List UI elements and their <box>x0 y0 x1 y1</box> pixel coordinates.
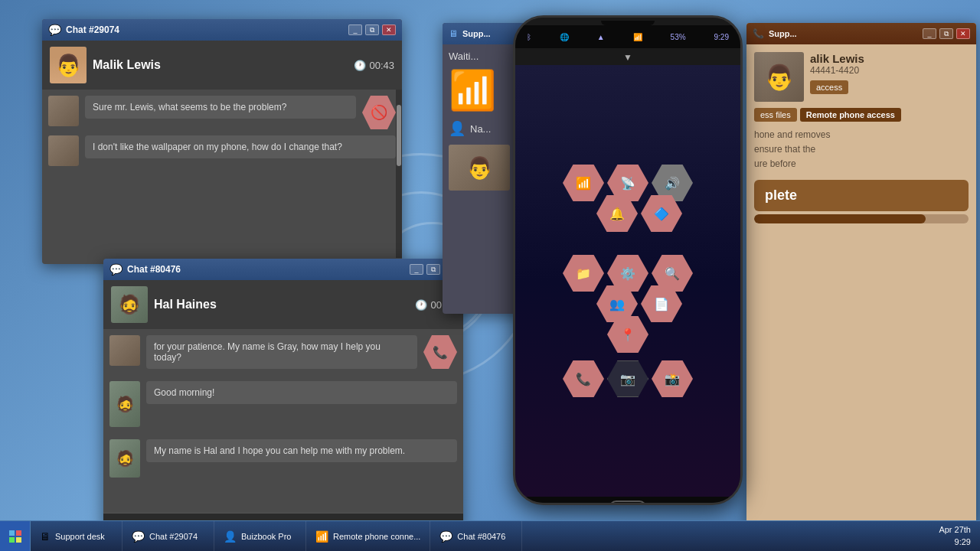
msg-avatar-agent1 <box>48 96 79 126</box>
chat1-timer: 🕐 00:43 <box>354 60 394 71</box>
taskbar-date: Apr 27th <box>939 524 971 536</box>
chat2-agent-bubble: for your patience. My name is Gray, how … <box>146 335 417 369</box>
restore-btn-chat2[interactable]: ⧉ <box>426 264 440 275</box>
hex-phone[interactable]: 📞 <box>563 360 604 397</box>
svg-rect-1 <box>16 530 21 536</box>
chat2-title: Chat #80476 <box>127 264 405 275</box>
taskbar-time: 9:29 <box>939 536 971 548</box>
support-customer-avatar: 👨 <box>449 145 510 191</box>
chat1-messages: Sure mr. Lewis, what seems to be the pro… <box>42 90 402 258</box>
access-btn[interactable]: access <box>810 80 848 94</box>
hex-phone-icon: 📞 <box>576 372 591 386</box>
chat1-customer-avatar <box>50 47 87 83</box>
hex-sound-icon: 🔊 <box>665 176 680 191</box>
restore-btn-remote[interactable]: ⧉ <box>939 28 953 39</box>
hex-wifi-icon: 📶 <box>576 176 591 191</box>
remote-customer-info: alik Lewis 44441-4420 access <box>810 52 864 102</box>
chat2-messages: for your patience. My name is Gray, how … <box>103 329 463 513</box>
hex-doc-icon: 📄 <box>654 297 669 311</box>
remote-phone-access-btn[interactable]: Remote phone access <box>800 108 901 122</box>
taskbar-support-label: Support desk <box>55 532 105 541</box>
remote-phone-titlebar: 📞 Supp... _ ⧉ ✕ <box>746 23 976 44</box>
phone-top-notch <box>515 18 740 25</box>
start-button[interactable] <box>0 521 31 552</box>
chat1-controls: _ ⧉ ✕ <box>348 24 396 35</box>
taskbar-wifi-icon: 📶 <box>315 530 328 543</box>
phone-time: 9:29 <box>714 33 729 41</box>
chat-icon-2: 💬 <box>109 263 122 276</box>
remote-progress-container: plete <box>754 180 969 223</box>
svg-rect-2 <box>9 537 15 543</box>
progress-fill <box>754 214 926 223</box>
hal-avatar-msg1: 🧔 <box>109 381 140 427</box>
minimize-btn-remote[interactable]: _ <box>923 28 936 39</box>
taskbar-chat2-icon: 💬 <box>439 530 452 543</box>
signal-icon: 📶 <box>633 33 642 41</box>
phone-screen: 📶 📡 🔊 🔔 🔷 📁 ⚙️ <box>515 65 740 497</box>
chat1-agent-bubble: Sure mr. Lewis, what seems to be the pro… <box>85 96 356 119</box>
progress-label-box: plete <box>754 180 969 211</box>
notch <box>601 21 655 25</box>
restore-btn-chat1[interactable]: ⧉ <box>365 24 379 35</box>
hex-camera2-icon: 📸 <box>665 372 680 386</box>
chat2-customer-avatar: 🧔 <box>111 286 148 323</box>
person-icon: 👤 <box>449 120 466 137</box>
remote-phone-content: 👨 alik Lewis 44441-4420 access ess files… <box>746 44 976 231</box>
hex-camera1[interactable]: 📷 <box>607 360 648 397</box>
chat2-agent-text: for your patience. My name is Gray, how … <box>154 341 381 363</box>
hex-bt-icon: 🔷 <box>654 207 669 221</box>
taskbar-chat2-label: Chat #80476 <box>457 532 505 541</box>
chat1-title: Chat #29074 <box>66 24 344 35</box>
chat2-msg-customer1: 🧔 Good morning! <box>109 381 457 427</box>
support-name-partial: Na... <box>470 123 491 135</box>
scrollbar-thumb-1[interactable] <box>397 105 401 166</box>
remote-customer-phone: 44441-4420 <box>810 65 864 76</box>
globe-icon: 🌐 <box>560 33 569 41</box>
chat1-msg-agent: Sure mr. Lewis, what seems to be the pro… <box>48 96 396 129</box>
taskbar-buizbook[interactable]: 👤 Buizbook Pro <box>214 521 306 551</box>
hex-apps-icon: ⚙️ <box>620 266 635 281</box>
phone-status-bar: ᛒ 🌐 ▲ 📶 53% 9:29 <box>515 25 740 48</box>
hal-avatar-large: 🧔 <box>111 286 148 323</box>
hex-row-1: 📶 📡 🔊 <box>563 165 693 201</box>
chat2-msg-agent: for your patience. My name is Gray, how … <box>109 335 457 369</box>
chat1-customer-name: Malik Lewis <box>93 58 161 72</box>
hex-bell-icon: 🔔 <box>609 207 625 221</box>
taskbar-chat29074[interactable]: 💬 Chat #29074 <box>122 521 214 551</box>
taskbar-items: 🖥 Support desk 💬 Chat #29074 👤 Buizbook … <box>31 521 929 551</box>
minimize-btn-chat1[interactable]: _ <box>348 24 362 35</box>
remote-phone-title-icon: 📞 <box>753 28 764 39</box>
progress-label: plete <box>765 187 797 204</box>
taskbar-chat80476[interactable]: 💬 Chat #80476 <box>430 521 522 551</box>
chat2-customer-name: Hal Haines <box>154 298 217 311</box>
bt-icon: ᛒ <box>527 33 531 41</box>
hex-signal-icon: 📡 <box>620 176 635 191</box>
taskbar-monitor-icon: 🖥 <box>40 530 51 543</box>
hex-camera1-icon: 📷 <box>620 372 635 386</box>
msg-avatar-agent2 <box>109 335 140 366</box>
phone-arrow: ▼ <box>515 48 740 65</box>
titlebar-chat2: 💬 Chat #80476 _ ⧉ ✕ <box>103 259 463 280</box>
chat-window-1: 💬 Chat #29074 _ ⧉ ✕ Malik Lewis 🕐 00:43 … <box>42 19 402 264</box>
hex-people-icon: 👥 <box>609 297 625 311</box>
taskbar-remote-phone[interactable]: 📶 Remote phone conne... <box>306 521 430 551</box>
svg-rect-0 <box>9 530 15 536</box>
hex-row-2: 🔔 🔷 <box>596 195 682 232</box>
taskbar-support-desk[interactable]: 🖥 Support desk <box>31 521 122 551</box>
chat2-header: 🧔 Hal Haines 🕐 00:10 <box>103 280 463 329</box>
close-btn-remote[interactable]: ✕ <box>956 28 970 39</box>
hex-camera2[interactable]: 📸 <box>652 360 693 397</box>
close-btn-chat1[interactable]: ✕ <box>382 24 396 35</box>
chat-icon-1: 💬 <box>48 24 61 36</box>
ess-files-btn[interactable]: ess files <box>754 108 797 122</box>
minimize-btn-chat2[interactable]: _ <box>410 264 423 275</box>
taskbar-clock: Apr 27th 9:29 <box>929 524 980 548</box>
chat-window-2: 💬 Chat #80476 _ ⧉ ✕ 🧔 Hal Haines 🕐 00:10… <box>103 259 463 528</box>
titlebar-chat1: 💬 Chat #29074 _ ⧉ ✕ <box>42 19 402 41</box>
scrollbar-track-1[interactable] <box>396 90 402 258</box>
support-icon: 🖥 <box>449 28 458 39</box>
phone-home-button[interactable] <box>609 500 647 505</box>
remote-action-buttons: access <box>810 80 864 94</box>
chat1-msg-customer: I don't like the wallpaper on my phone, … <box>48 135 396 166</box>
remote-phone-customer-row: 👨 alik Lewis 44441-4420 access <box>754 52 969 102</box>
